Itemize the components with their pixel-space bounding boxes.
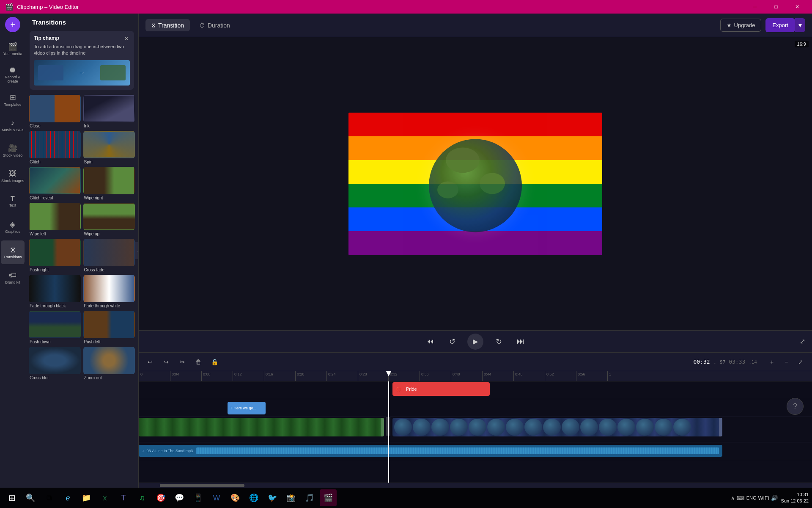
tray-wifi-icon[interactable]: WiFi <box>758 495 769 501</box>
fit-timeline-button[interactable]: ⤢ <box>794 356 807 368</box>
taskbar-app9-icon[interactable]: 📸 <box>283 489 299 506</box>
transition-glitch-reveal[interactable]: Glitch reveal <box>29 167 81 200</box>
taskbar-clock[interactable]: 10:31 Sun 12 06 22 <box>781 491 809 505</box>
minimize-button[interactable]: ─ <box>745 0 765 14</box>
skip-to-start-button[interactable]: ⏮ <box>423 335 437 348</box>
sidebar-item-graphics[interactable]: ◈ Graphics <box>1 215 25 239</box>
transition-fade-black[interactable]: Fade through black <box>29 275 81 308</box>
transition-glitch[interactable]: Glitch <box>29 131 81 164</box>
text-clip-icon: T <box>230 406 233 410</box>
playhead[interactable] <box>388 381 389 483</box>
maximize-button[interactable]: □ <box>766 0 786 14</box>
clip-end-handle-green[interactable] <box>381 418 384 436</box>
taskbar-app8-icon[interactable]: 🐦 <box>264 489 281 506</box>
transition-push-down[interactable]: Push down <box>29 311 81 344</box>
transition-wipe-up[interactable]: Wipe up <box>83 203 135 236</box>
clip-end-handle-globe[interactable] <box>719 418 722 436</box>
sidebar-item-text[interactable]: T Text <box>1 190 25 213</box>
rewind-button[interactable]: ↺ <box>445 335 459 348</box>
taskbar-explorer-icon[interactable]: 📁 <box>78 489 95 506</box>
panel-resize-handle[interactable]: ◀ <box>135 242 139 259</box>
redo-button[interactable]: ↪ <box>160 356 173 368</box>
undo-button[interactable]: ↩ <box>144 356 156 368</box>
taskbar-clipchamp-icon[interactable]: 🎬 <box>320 489 337 506</box>
timeline-scrollbar[interactable] <box>139 483 812 488</box>
scrollbar-thumb[interactable] <box>160 484 244 487</box>
taskbar-task-view-icon[interactable]: ⧉ <box>41 489 58 506</box>
glitch-label: Glitch <box>29 158 81 164</box>
clip-video-green[interactable] <box>139 418 384 436</box>
tab-duration[interactable]: ⏱ Duration <box>193 19 236 31</box>
play-button[interactable]: ▶ <box>467 334 483 350</box>
delete-button[interactable]: 🗑 <box>192 356 205 368</box>
export-button[interactable]: Export <box>765 18 795 32</box>
wipe-up-label: Wipe up <box>83 230 135 236</box>
globe-frame-15 <box>655 419 672 436</box>
sidebar-item-stock-images[interactable]: 🖼 Stock images <box>1 164 25 188</box>
sidebar-item-transitions[interactable]: ⧖ Transitions <box>1 240 25 264</box>
tray-keyboard-icon[interactable]: ⌨ <box>737 495 745 501</box>
taskbar-app7-icon[interactable]: 🎨 <box>227 489 244 506</box>
add-media-button[interactable]: + <box>5 17 20 32</box>
start-button[interactable]: ⊞ <box>3 489 20 506</box>
close-button[interactable]: ✕ <box>787 0 807 14</box>
upgrade-button[interactable]: ★ Upgrade <box>720 19 762 32</box>
playback-controls: ⏮ ↺ ▶ ↻ ⏭ ⤢ <box>139 330 812 352</box>
transition-cross-blur[interactable]: Cross blur <box>29 347 81 380</box>
clip-pride[interactable]: ⭕ Pride <box>392 382 490 396</box>
tray-chevron-icon[interactable]: ∧ <box>731 495 735 501</box>
taskbar-spotify-icon[interactable]: ♫ <box>134 489 151 506</box>
taskbar-edge-icon[interactable]: ℯ <box>59 489 76 506</box>
fullscreen-button[interactable]: ⤢ <box>800 337 805 345</box>
lock-button[interactable]: 🔒 <box>208 356 221 368</box>
cut-button[interactable]: ✂ <box>176 356 189 368</box>
sidebar-item-brand-kit[interactable]: 🏷 Brand kit <box>1 266 25 290</box>
skip-to-end-button[interactable]: ⏭ <box>514 335 527 348</box>
taskbar-search-icon[interactable]: 🔍 <box>22 489 39 506</box>
fade-black-thumb <box>29 275 81 302</box>
forward-button[interactable]: ↻ <box>492 335 505 348</box>
sidebar-item-your-media[interactable]: 🎬 Your media <box>1 37 25 61</box>
taskbar-whatsapp-icon[interactable]: 📱 <box>189 489 206 506</box>
sidebar-item-record-create[interactable]: ⏺ Record & create <box>1 63 25 86</box>
taskbar-right: ∧ ⌨ ENG WiFi 🔊 10:31 Sun 12 06 22 <box>731 491 809 505</box>
transition-push-right[interactable]: Push right <box>29 239 81 272</box>
taskbar-word-icon[interactable]: W <box>208 489 225 506</box>
transition-zoom-out[interactable]: Zoom out <box>83 347 135 380</box>
transition-wipe-right[interactable]: Wipe right <box>83 167 135 200</box>
taskbar-app10-icon[interactable]: 🎵 <box>301 489 318 506</box>
sidebar-item-stock-video[interactable]: 🎥 Stock video <box>1 139 25 163</box>
push-down-label: Push down <box>29 338 81 344</box>
transition-push-left[interactable]: Push left <box>83 311 135 344</box>
taskbar-app6-icon[interactable]: 🎯 <box>152 489 169 506</box>
taskbar-teams-icon[interactable]: T <box>115 489 132 506</box>
tray-volume-icon[interactable]: 🔊 <box>771 495 778 501</box>
taskbar-excel-icon[interactable]: x <box>96 489 113 506</box>
clip-text-here-we-go[interactable]: T Here we go... <box>228 402 266 414</box>
transition-fade-white[interactable]: Fade through white <box>83 275 135 308</box>
transition-cross-fade[interactable]: Cross fade <box>83 239 135 272</box>
sidebar-item-music-sfx[interactable]: ♪ Music & SFX <box>1 113 25 137</box>
sidebar-item-templates[interactable]: ⊞ Templates <box>1 88 25 112</box>
clip-audio[interactable]: ♪ 03-A Line In The Sand.mp3 <box>139 445 722 457</box>
track-video <box>139 417 812 442</box>
zoom-out-button[interactable]: − <box>780 356 793 368</box>
transition-wipe-left[interactable]: Wipe left <box>29 203 81 236</box>
zoom-in-button[interactable]: + <box>765 356 778 368</box>
tip-card-close-button[interactable]: ✕ <box>122 34 131 43</box>
export-dropdown-button[interactable]: ▾ <box>795 18 805 32</box>
transition-row-4: Wipe left Wipe up <box>29 203 135 236</box>
current-frames: 97 <box>720 359 725 365</box>
help-button[interactable]: ? <box>787 398 804 415</box>
transition-close[interactable]: Close <box>29 95 81 128</box>
timeline-ruler: 0 0:04 0:08 0:12 0:16 0:20 0:24 0:28 0:3… <box>139 371 812 381</box>
transitions-grid: Close Ink Glitch Spin <box>25 93 138 488</box>
tray-lang-label[interactable]: ENG <box>746 495 757 500</box>
taskbar-chrome-icon[interactable]: 🌐 <box>245 489 262 506</box>
transition-ink[interactable]: Ink <box>83 95 135 128</box>
clip-video-globe[interactable] <box>392 418 722 436</box>
tab-transition[interactable]: ⧖ Transition <box>145 19 190 31</box>
transition-spin[interactable]: Spin <box>83 131 135 164</box>
taskbar-messenger-icon[interactable]: 💬 <box>171 489 188 506</box>
zoom-controls: + − ⤢ <box>765 356 807 368</box>
